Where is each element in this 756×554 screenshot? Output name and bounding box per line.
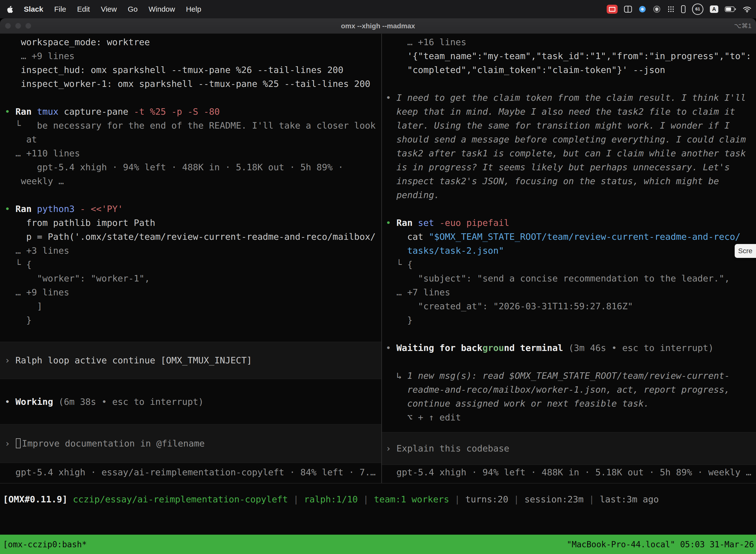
menu-edit[interactable]: Edit	[77, 5, 90, 13]
left-input-line[interactable]: › Improve documentation in @filename	[0, 437, 205, 450]
terminal-line	[382, 77, 756, 91]
left-footer-line: gpt-5.4 xhigh · essay/ai-reimplementatio…	[0, 465, 381, 479]
text-segment: … +110 lines	[5, 148, 80, 158]
text-segment: grou	[483, 343, 504, 353]
text-segment: capture-pane	[59, 107, 134, 117]
ralph-loop-line: › Ralph loop active continue [OMX_TMUX_I…	[0, 353, 252, 367]
terminal-line: "subject": "send a concise recommendatio…	[382, 272, 756, 285]
blue-app-icon[interactable]	[638, 4, 646, 15]
terminal-line: keep that in mind. Maybe I also need the…	[382, 105, 756, 119]
text-segment: Improve documentation in @filename	[22, 438, 205, 448]
terminal-line: }	[382, 313, 756, 327]
menu-bar: Slack File Edit View Go Window Help	[0, 0, 756, 18]
terminal-content[interactable]: workspace_mode: worktree … +9 lines insp…	[0, 34, 756, 535]
terminal-line: ]	[0, 299, 381, 313]
text-segment: "completed","claim_token":"claim-token"}…	[386, 65, 665, 75]
app-grid-icon[interactable]	[667, 4, 675, 15]
text-segment: I need to get the claim token from the c…	[396, 93, 746, 103]
text-segment: inspect task2's JSON, focusing on the st…	[386, 176, 719, 186]
right-input-line[interactable]: › Explain this codebase	[382, 442, 509, 455]
terminal-line: pending.	[382, 188, 756, 202]
text-segment: nd terminal	[504, 343, 568, 353]
menu-bar-status-icons: 61 A	[607, 3, 752, 15]
left-pane[interactable]: workspace_mode: worktree … +9 lines insp…	[0, 34, 381, 483]
terminal-line: └ {	[0, 258, 381, 272]
text-segment: … +7 lines	[386, 287, 450, 297]
tmux-session-label: [omx-cczip0:bash*	[3, 540, 87, 549]
text-segment: •	[386, 218, 396, 228]
terminal-line	[382, 355, 756, 369]
battery-icon[interactable]	[725, 4, 736, 15]
shield-icon[interactable]	[653, 4, 661, 15]
omx-status-text: [OMX#0.11.9] cczip/essay/ai-reimplementa…	[3, 492, 756, 506]
text-segment: "$OMX_TEAM_STATE_ROOT/team/review-curren…	[429, 232, 740, 242]
menu-view[interactable]: View	[101, 5, 117, 13]
terminal-line: ↳ 1 new msg(s): read $OMX_TEAM_STATE_ROO…	[382, 369, 756, 383]
terminal-line: workspace_mode: worktree	[0, 35, 381, 49]
screen-recording-stop-icon[interactable]	[607, 5, 618, 14]
terminal-line: later. Using the same for transition mig…	[382, 119, 756, 132]
text-segment: workspace_mode: worktree	[5, 37, 150, 47]
screen-notification-popup[interactable]: Scre	[735, 244, 756, 258]
input-source-icon[interactable]: A	[710, 5, 718, 13]
text-segment: at	[5, 134, 37, 145]
text-segment: ⌥ + ↑ edit	[386, 412, 461, 423]
battery-percent-icon[interactable]: 61	[692, 3, 703, 15]
text-segment	[75, 204, 80, 214]
text-segment: Ralph loop active continue [OMX_TMUX_INJ…	[15, 355, 252, 365]
text-segment: … +3 lines	[5, 245, 69, 256]
terminal-line: at	[0, 132, 381, 147]
text-segment: … +9 lines	[5, 51, 75, 61]
terminal-line: ⌥ + ↑ edit	[382, 410, 756, 425]
right-input-box[interactable]: › Explain this codebase	[382, 432, 756, 465]
text-segment: should send a message before completing …	[386, 134, 746, 145]
text-segment: •	[386, 93, 396, 103]
text-segment: •	[386, 343, 396, 353]
right-scrollback: … +16 lines '{"team_name":"my-team","tas…	[382, 35, 756, 425]
right-footer-line: gpt-5.4 xhigh · 94% left · 488K in · 5.1…	[382, 465, 756, 479]
wifi-icon[interactable]	[743, 4, 752, 15]
menu-window[interactable]: Window	[148, 5, 175, 13]
terminal-line: weekly …	[0, 174, 381, 188]
terminal-line: p = Path('.omx/state/team/review-current…	[0, 230, 381, 244]
traffic-lights	[5, 23, 31, 29]
text-segment: }	[386, 315, 413, 325]
menu-help[interactable]: Help	[186, 5, 201, 13]
phone-icon[interactable]	[681, 4, 686, 15]
left-input-box[interactable]: › Improve documentation in @filename	[0, 424, 381, 463]
terminal-line: "created_at": "2026-03-31T11:59:27.816Z"	[382, 299, 756, 313]
text-segment: tasks/task-2.json"	[386, 245, 504, 256]
terminal-line: … +9 lines	[0, 49, 381, 63]
text-segment: cat	[386, 232, 429, 242]
text-segment: |	[288, 494, 304, 504]
text-segment: •	[5, 204, 15, 214]
text-segment: •	[5, 397, 15, 407]
title-bar[interactable]: omx --xhigh --madmax ⌥⌘1	[0, 18, 756, 34]
apple-menu-icon[interactable]	[6, 4, 13, 15]
window-shortcut-badge: ⌥⌘1	[734, 22, 752, 30]
text-segment: python3	[37, 204, 75, 214]
text-segment: └ {	[386, 259, 413, 270]
minimize-button[interactable]	[15, 23, 21, 29]
terminal-line: readme-and-reco/mailbox/worker-1.json, a…	[382, 383, 756, 397]
menu-app-name[interactable]: Slack	[24, 5, 43, 13]
close-button[interactable]	[5, 23, 11, 29]
window-title: omx --xhigh --madmax	[341, 22, 415, 30]
terminal-line: • Waiting for background terminal (3m 46…	[382, 341, 756, 355]
menu-file[interactable]: File	[54, 5, 66, 13]
text-segment: ›	[386, 443, 396, 453]
recording-glyph	[609, 7, 615, 12]
window-layout-icon[interactable]	[624, 4, 632, 15]
right-pane[interactable]: … +16 lines '{"team_name":"my-team","tas…	[382, 34, 756, 483]
terminal-window: omx --xhigh --madmax ⌥⌘1 workspace_mode:…	[0, 18, 756, 554]
text-segment: |	[584, 494, 600, 504]
menu-go[interactable]: Go	[128, 5, 138, 13]
omx-status-line: [OMX#0.11.9] cczip/essay/ai-reimplementa…	[0, 484, 756, 506]
tmux-panes: workspace_mode: worktree … +9 lines insp…	[0, 34, 756, 484]
zoom-button[interactable]	[25, 23, 31, 29]
terminal-line: inspect_worker-1: omx sparkshell --tmux-…	[0, 77, 381, 91]
terminal-line: … +9 lines	[0, 285, 381, 299]
terminal-line	[382, 202, 756, 216]
text-segment: cczip/essay/ai-reimplementation-copyleft	[73, 494, 288, 504]
terminal-line: tasks/task-2.json"	[382, 244, 756, 258]
